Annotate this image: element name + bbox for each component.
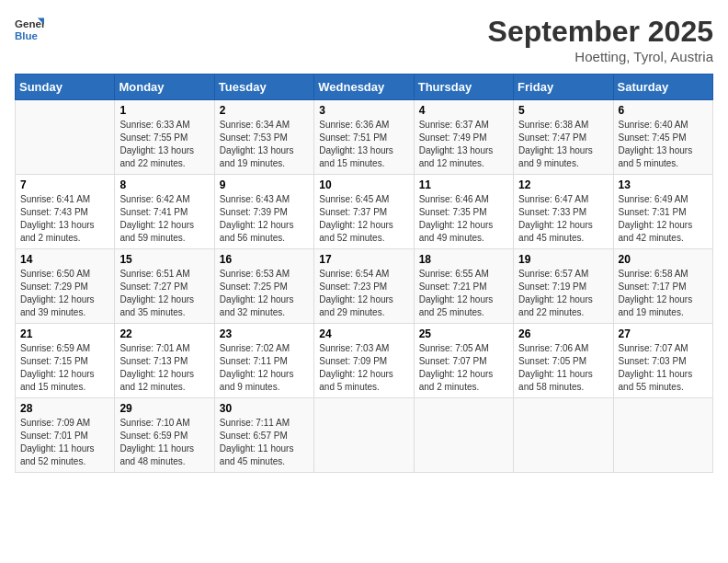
day-info: Sunrise: 6:34 AMSunset: 7:53 PMDaylight:… — [220, 119, 309, 170]
calendar-cell — [514, 398, 613, 473]
calendar-cell: 7Sunrise: 6:41 AMSunset: 7:43 PMDaylight… — [16, 175, 115, 249]
day-number: 9 — [220, 178, 309, 191]
day-info: Sunrise: 7:10 AMSunset: 6:59 PMDaylight:… — [119, 417, 209, 468]
day-info: Sunrise: 6:47 AMSunset: 7:33 PMDaylight:… — [518, 193, 608, 245]
day-info: Sunrise: 7:01 AMSunset: 7:13 PMDaylight:… — [119, 342, 209, 394]
location: Hoetting, Tyrol, Austria — [488, 49, 713, 64]
day-number: 29 — [119, 402, 209, 415]
day-info: Sunrise: 7:05 AMSunset: 7:07 PMDaylight:… — [419, 342, 508, 394]
calendar-cell: 20Sunrise: 6:58 AMSunset: 7:17 PMDayligh… — [613, 249, 712, 324]
logo: General Blue — [15, 15, 44, 44]
day-info: Sunrise: 6:57 AMSunset: 7:19 PMDaylight:… — [518, 268, 608, 319]
day-number: 8 — [119, 178, 209, 191]
day-number: 15 — [119, 253, 209, 266]
day-number: 12 — [518, 178, 608, 191]
title-block: September 2025 Hoetting, Tyrol, Austria — [488, 15, 713, 64]
month-title: September 2025 — [488, 15, 713, 49]
day-number: 14 — [20, 253, 109, 266]
calendar-cell: 11Sunrise: 6:46 AMSunset: 7:35 PMDayligh… — [414, 175, 513, 249]
calendar-cell: 17Sunrise: 6:54 AMSunset: 7:23 PMDayligh… — [314, 249, 414, 324]
day-info: Sunrise: 6:43 AMSunset: 7:39 PMDaylight:… — [220, 193, 309, 245]
day-info: Sunrise: 6:59 AMSunset: 7:15 PMDaylight:… — [20, 342, 109, 394]
day-number: 4 — [419, 104, 508, 117]
calendar-cell: 25Sunrise: 7:05 AMSunset: 7:07 PMDayligh… — [414, 324, 513, 398]
day-info: Sunrise: 6:36 AMSunset: 7:51 PMDaylight:… — [319, 119, 408, 170]
day-number: 2 — [220, 104, 309, 117]
day-number: 5 — [518, 104, 608, 117]
weekday-header-saturday: Saturday — [613, 75, 712, 100]
weekday-header-wednesday: Wednesday — [314, 75, 414, 100]
day-number: 1 — [119, 104, 209, 117]
week-row-5: 28Sunrise: 7:09 AMSunset: 7:01 PMDayligh… — [16, 398, 713, 473]
calendar-cell: 15Sunrise: 6:51 AMSunset: 7:27 PMDayligh… — [115, 249, 214, 324]
week-row-3: 14Sunrise: 6:50 AMSunset: 7:29 PMDayligh… — [16, 249, 713, 324]
day-number: 22 — [119, 327, 209, 340]
day-number: 17 — [319, 253, 408, 266]
day-info: Sunrise: 6:51 AMSunset: 7:27 PMDaylight:… — [119, 268, 209, 319]
day-info: Sunrise: 6:46 AMSunset: 7:35 PMDaylight:… — [419, 193, 508, 245]
calendar-cell: 8Sunrise: 6:42 AMSunset: 7:41 PMDaylight… — [115, 175, 214, 249]
day-info: Sunrise: 7:02 AMSunset: 7:11 PMDaylight:… — [220, 342, 309, 394]
calendar-cell: 2Sunrise: 6:34 AMSunset: 7:53 PMDaylight… — [214, 100, 313, 175]
day-info: Sunrise: 7:06 AMSunset: 7:05 PMDaylight:… — [518, 342, 608, 394]
day-number: 25 — [419, 327, 508, 340]
week-row-2: 7Sunrise: 6:41 AMSunset: 7:43 PMDaylight… — [16, 175, 713, 249]
calendar-table: SundayMondayTuesdayWednesdayThursdayFrid… — [15, 74, 713, 473]
day-number: 13 — [619, 178, 708, 191]
calendar-cell: 29Sunrise: 7:10 AMSunset: 6:59 PMDayligh… — [115, 398, 214, 473]
day-info: Sunrise: 7:03 AMSunset: 7:09 PMDaylight:… — [319, 342, 408, 394]
calendar-cell — [16, 100, 115, 175]
day-number: 7 — [20, 178, 109, 191]
calendar-cell — [613, 398, 712, 473]
weekday-header-row: SundayMondayTuesdayWednesdayThursdayFrid… — [16, 75, 713, 100]
calendar-cell: 12Sunrise: 6:47 AMSunset: 7:33 PMDayligh… — [514, 175, 613, 249]
calendar-cell: 10Sunrise: 6:45 AMSunset: 7:37 PMDayligh… — [314, 175, 414, 249]
calendar-cell: 5Sunrise: 6:38 AMSunset: 7:47 PMDaylight… — [514, 100, 613, 175]
day-info: Sunrise: 7:07 AMSunset: 7:03 PMDaylight:… — [619, 342, 708, 394]
svg-text:Blue: Blue — [15, 30, 39, 41]
day-info: Sunrise: 6:33 AMSunset: 7:55 PMDaylight:… — [119, 119, 209, 170]
logo-icon: General Blue — [15, 15, 44, 44]
calendar-cell: 19Sunrise: 6:57 AMSunset: 7:19 PMDayligh… — [514, 249, 613, 324]
day-number: 30 — [220, 402, 309, 415]
day-number: 28 — [20, 402, 109, 415]
calendar-cell: 27Sunrise: 7:07 AMSunset: 7:03 PMDayligh… — [613, 324, 712, 398]
day-number: 10 — [319, 178, 408, 191]
day-number: 24 — [319, 327, 408, 340]
day-number: 19 — [518, 253, 608, 266]
calendar-cell: 23Sunrise: 7:02 AMSunset: 7:11 PMDayligh… — [214, 324, 313, 398]
day-info: Sunrise: 6:42 AMSunset: 7:41 PMDaylight:… — [119, 193, 209, 245]
calendar-cell — [414, 398, 513, 473]
day-info: Sunrise: 6:54 AMSunset: 7:23 PMDaylight:… — [319, 268, 408, 319]
day-info: Sunrise: 6:40 AMSunset: 7:45 PMDaylight:… — [619, 119, 708, 170]
weekday-header-thursday: Thursday — [414, 75, 513, 100]
day-number: 23 — [220, 327, 309, 340]
day-number: 6 — [619, 104, 708, 117]
weekday-header-sunday: Sunday — [16, 75, 115, 100]
day-number: 27 — [619, 327, 708, 340]
calendar-cell: 24Sunrise: 7:03 AMSunset: 7:09 PMDayligh… — [314, 324, 414, 398]
svg-text:General: General — [15, 18, 44, 29]
weekday-header-tuesday: Tuesday — [214, 75, 313, 100]
week-row-1: 1Sunrise: 6:33 AMSunset: 7:55 PMDaylight… — [16, 100, 713, 175]
calendar-cell: 16Sunrise: 6:53 AMSunset: 7:25 PMDayligh… — [214, 249, 313, 324]
calendar-cell: 1Sunrise: 6:33 AMSunset: 7:55 PMDaylight… — [115, 100, 214, 175]
week-row-4: 21Sunrise: 6:59 AMSunset: 7:15 PMDayligh… — [16, 324, 713, 398]
calendar-cell: 4Sunrise: 6:37 AMSunset: 7:49 PMDaylight… — [414, 100, 513, 175]
page-header: General Blue September 2025 Hoetting, Ty… — [15, 15, 713, 64]
day-info: Sunrise: 6:45 AMSunset: 7:37 PMDaylight:… — [319, 193, 408, 245]
calendar-cell: 13Sunrise: 6:49 AMSunset: 7:31 PMDayligh… — [613, 175, 712, 249]
calendar-cell: 14Sunrise: 6:50 AMSunset: 7:29 PMDayligh… — [16, 249, 115, 324]
day-info: Sunrise: 6:41 AMSunset: 7:43 PMDaylight:… — [20, 193, 109, 245]
day-info: Sunrise: 6:53 AMSunset: 7:25 PMDaylight:… — [220, 268, 309, 319]
weekday-header-monday: Monday — [115, 75, 214, 100]
calendar-cell: 3Sunrise: 6:36 AMSunset: 7:51 PMDaylight… — [314, 100, 414, 175]
calendar-cell: 30Sunrise: 7:11 AMSunset: 6:57 PMDayligh… — [214, 398, 313, 473]
day-info: Sunrise: 6:58 AMSunset: 7:17 PMDaylight:… — [619, 268, 708, 319]
day-number: 20 — [619, 253, 708, 266]
weekday-header-friday: Friday — [514, 75, 613, 100]
day-info: Sunrise: 7:11 AMSunset: 6:57 PMDaylight:… — [220, 417, 309, 468]
day-number: 21 — [20, 327, 109, 340]
day-number: 11 — [419, 178, 508, 191]
calendar-cell — [314, 398, 414, 473]
